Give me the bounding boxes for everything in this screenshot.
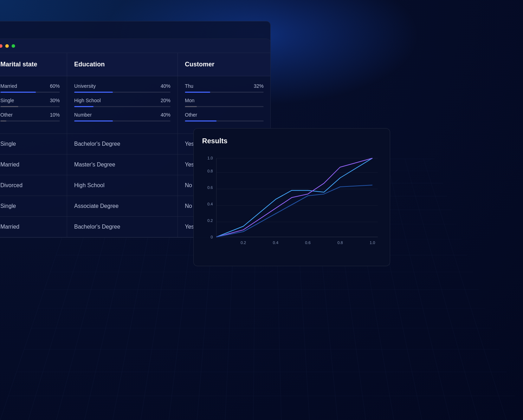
edu-fill-0 <box>74 92 113 93</box>
svg-text:0.2: 0.2 <box>241 241 246 245</box>
dot-red <box>0 44 2 48</box>
svg-text:0.4: 0.4 <box>273 241 278 245</box>
edu-stat-label-2: Number <box>74 112 92 118</box>
cust-stat-label-2: Other <box>185 112 197 118</box>
cust-stat-label-0: Thu <box>185 83 193 89</box>
cust-fill-0 <box>185 92 210 93</box>
cust-fill-1 <box>185 106 197 107</box>
edu-stat-value-1: 20% <box>161 98 170 103</box>
row-0-education: Bachelor's Degree <box>67 134 178 155</box>
edu-stat-value-0: 40% <box>161 83 170 89</box>
edu-stat-label-0: University <box>74 83 96 89</box>
row-2-marital: Divorced <box>0 175 67 196</box>
marital-stat-value-0: 60% <box>50 83 60 89</box>
edu-progress-2 <box>74 120 170 122</box>
edu-stat-value-2: 40% <box>161 112 170 118</box>
svg-text:0.4: 0.4 <box>207 202 213 206</box>
marital-fill-2 <box>0 120 6 122</box>
marital-stat-label-1: Single <box>0 98 14 103</box>
edu-fill-1 <box>74 106 93 107</box>
cust-progress-2 <box>185 120 264 122</box>
stats-marital: Married 60% Single 30% Other 10% <box>0 76 67 134</box>
row-3-marital: Single <box>0 196 67 217</box>
svg-text:0.8: 0.8 <box>207 169 213 173</box>
marital-stat-value-2: 10% <box>50 112 60 118</box>
svg-text:0.8: 0.8 <box>337 241 343 245</box>
edu-fill-2 <box>74 120 113 122</box>
stats-customer: Thu 32% Mon Other <box>178 76 271 134</box>
row-4-marital: Married <box>0 217 67 237</box>
card-title-bar <box>0 39 270 53</box>
marital-progress-1 <box>0 106 60 107</box>
col-header-education: Education <box>67 53 178 76</box>
cust-stat-value-0: 32% <box>254 83 264 89</box>
row-1-education: Master's Degree <box>67 155 178 175</box>
marital-stat-value-1: 30% <box>50 98 60 103</box>
col-header-marital: Marital state <box>0 53 67 76</box>
marital-stat-label-0: Married <box>0 83 17 89</box>
results-title: Results <box>202 137 381 145</box>
svg-text:0.2: 0.2 <box>207 218 213 223</box>
col-header-customer: Customer <box>178 53 271 76</box>
dot-green <box>12 44 15 48</box>
marital-fill-1 <box>0 106 18 107</box>
edu-progress-0 <box>74 92 170 93</box>
svg-text:1.0: 1.0 <box>370 241 375 245</box>
marital-progress-0 <box>0 92 60 93</box>
row-2-education: High School <box>67 175 178 196</box>
svg-text:0.6: 0.6 <box>207 185 213 190</box>
results-card: Results 0 0.2 0.4 0.6 0.8 1.0 0.2 0.4 0.… <box>193 128 390 266</box>
svg-text:0: 0 <box>211 235 213 239</box>
cust-progress-1 <box>185 106 264 107</box>
marital-stat-label-2: Other <box>0 112 13 118</box>
row-4-education: Bachelor's Degree <box>67 217 178 237</box>
marital-fill-0 <box>0 92 36 93</box>
row-1-marital: Married <box>0 155 67 175</box>
chart-line-3 <box>217 185 373 237</box>
chart-line-1 <box>217 158 373 237</box>
row-3-education: Associate Degree <box>67 196 178 217</box>
edu-progress-1 <box>74 106 170 107</box>
edu-stat-label-1: High School <box>74 98 101 103</box>
cust-fill-2 <box>185 120 217 122</box>
dot-yellow <box>5 44 9 48</box>
row-0-marital: Single <box>0 134 67 155</box>
marital-progress-2 <box>0 120 60 122</box>
cust-stat-label-1: Mon <box>185 98 194 103</box>
stats-education: University 40% High School 20% Number 40… <box>67 76 178 134</box>
results-chart-svg: 0 0.2 0.4 0.6 0.8 1.0 0.2 0.4 0.6 0.8 1.… <box>202 152 381 257</box>
svg-text:0.6: 0.6 <box>305 241 311 245</box>
chart-area: 0 0.2 0.4 0.6 0.8 1.0 0.2 0.4 0.6 0.8 1.… <box>202 152 381 257</box>
svg-text:1.0: 1.0 <box>207 156 213 160</box>
cust-progress-0 <box>185 92 264 93</box>
chart-line-2 <box>217 158 373 237</box>
